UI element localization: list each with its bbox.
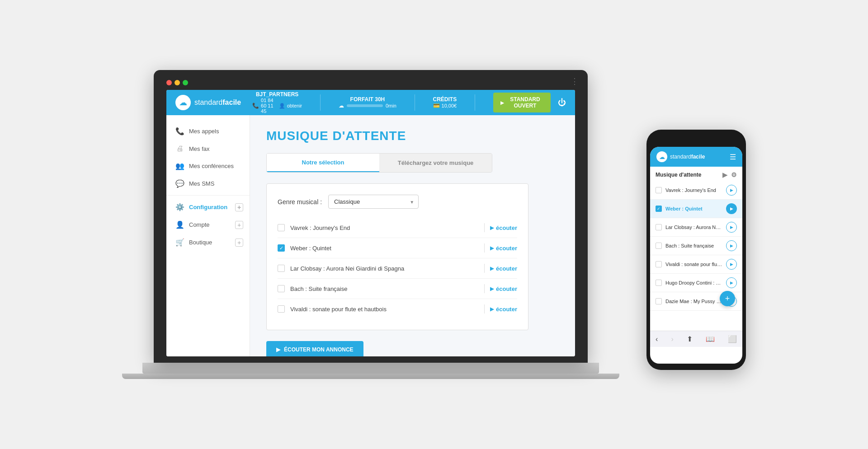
music-checkbox-3[interactable] xyxy=(278,265,285,272)
phone-music-title-1: Vavrek : Journey's End xyxy=(665,187,722,193)
music-checkbox-5[interactable] xyxy=(278,305,285,313)
music-row-5: Vivaldi : sonate pour flute et hautbois … xyxy=(278,299,517,319)
phone-music-title-5: Vivaldi : sonate pour flute et haut xyxy=(665,262,722,267)
sidebar-item-mes-sms[interactable]: 💬 Mes SMS xyxy=(166,175,250,192)
logo-area: ☁ standardfacile xyxy=(175,95,252,110)
tabs-icon[interactable]: ⬜ xyxy=(728,335,737,343)
phone-checkbox-2[interactable] xyxy=(656,206,662,212)
sidebar-item-mes-conferences[interactable]: 👥 Mes conférences xyxy=(166,157,250,175)
listen-btn-1[interactable]: ▶ écouter xyxy=(490,224,517,231)
phone-play-3[interactable]: ▶ xyxy=(726,222,737,233)
fab-button[interactable]: + xyxy=(720,291,735,306)
window-options-icon: ⋮ xyxy=(571,76,580,86)
header-divider-2 xyxy=(415,94,415,111)
tabs: Notre sélection Téléchargez votre musiqu… xyxy=(266,153,492,173)
phone-play-2[interactable]: ▶ xyxy=(726,203,737,214)
fax-icon: 🖨 xyxy=(175,145,184,153)
play-icon-bottom: ▶ xyxy=(276,346,280,353)
music-row-1: Vavrek : Journey's End ▶ écouter xyxy=(278,218,517,238)
genre-label: Genre musical : xyxy=(278,198,322,206)
genre-row: Genre musical : Classique Jazz Pop Rock xyxy=(278,195,517,209)
config-icon: ⚙️ xyxy=(175,203,184,211)
phone-checkbox-4[interactable] xyxy=(656,243,662,249)
music-title-3: Lar Clobsay : Aurora Nei Giardini di Spa… xyxy=(290,265,479,272)
hamburger-icon[interactable]: ☰ xyxy=(730,153,736,161)
header-divider-1 xyxy=(320,94,321,111)
music-title-4: Bach : Suite française xyxy=(290,285,479,292)
logo-light: standard xyxy=(194,98,222,106)
sidebar-item-boutique[interactable]: 🛒 Boutique + xyxy=(166,234,250,251)
configuration-plus-button[interactable]: + xyxy=(235,203,243,211)
phone-music-title-6: Hugo Droopy Contini : Jackies Id xyxy=(665,280,722,285)
app-body: 📞 Mes appels 🖨 Mes fax 👥 Mes conférences xyxy=(166,115,575,356)
play-icon: ▶ xyxy=(500,100,504,105)
standard-ouvert-button[interactable]: ▶ STANDARD OUVERT xyxy=(493,93,551,112)
phone-logo-text: standardfacile xyxy=(670,154,705,160)
phone-play-5[interactable]: ▶ xyxy=(726,259,737,270)
back-icon[interactable]: ‹ xyxy=(656,335,658,343)
phone-section-title-row: Musique d'attente ▶ ⚙ xyxy=(650,167,742,181)
header-phone-value: 📞 01 84 60 11 45 👤 obtenir xyxy=(252,98,302,114)
power-button[interactable]: ⏻ xyxy=(558,98,566,108)
phone-checkbox-5[interactable] xyxy=(656,261,662,267)
listen-btn-2[interactable]: ▶ écouter xyxy=(490,245,517,252)
sidebar-item-configuration[interactable]: ⚙️ Configuration + xyxy=(166,198,250,216)
listen-label-2: écouter xyxy=(496,245,517,252)
header-partner-block: BJT_PARTNERS 📞 01 84 60 11 45 👤 obtenir xyxy=(252,91,302,114)
minimize-button-traffic[interactable] xyxy=(175,80,180,85)
phone-checkbox-7[interactable] xyxy=(656,298,662,304)
listen-btn-3[interactable]: ▶ écouter xyxy=(490,265,517,272)
close-button-traffic[interactable] xyxy=(166,80,172,85)
share-icon[interactable]: ⬆ xyxy=(687,335,693,343)
sidebar-label-boutique: Boutique xyxy=(189,239,212,246)
sidebar-item-mes-appels[interactable]: 📞 Mes appels xyxy=(166,122,250,140)
listen-btn-5[interactable]: ▶ écouter xyxy=(490,306,517,313)
phone-checkbox-1[interactable] xyxy=(656,187,662,193)
sidebar-divider xyxy=(166,195,250,196)
phone-checkbox-6[interactable] xyxy=(656,280,662,286)
sidebar-item-mes-fax[interactable]: 🖨 Mes fax xyxy=(166,140,250,157)
boutique-plus-button[interactable]: + xyxy=(235,239,243,247)
phone-logo-light: standard xyxy=(670,154,691,160)
scene: ⋮ ☁ standardfacile BJT_PARTNERS xyxy=(122,70,746,379)
listen-label-5: écouter xyxy=(496,306,517,313)
bookmarks-icon[interactable]: 📖 xyxy=(706,335,715,343)
phone-music-row-2: Weber : Quintet ▶ xyxy=(650,200,742,218)
phone-settings-icon[interactable]: ⚙ xyxy=(731,171,737,178)
music-divider-2 xyxy=(484,243,485,253)
music-divider-4 xyxy=(484,284,485,293)
genre-select[interactable]: Classique Jazz Pop Rock xyxy=(328,195,419,209)
phone-play-6[interactable]: ▶ xyxy=(726,277,737,288)
music-checkbox-1[interactable] xyxy=(278,224,285,231)
phone-checkbox-3[interactable] xyxy=(656,224,662,230)
phone: ☁ standardfacile ☰ Musique d'attente ▶ ⚙ xyxy=(646,130,746,370)
ecouter-annonce-label: ÉCOUTER MON ANNONCE xyxy=(284,346,354,353)
listen-btn-4[interactable]: ▶ écouter xyxy=(490,285,517,292)
genre-select-wrap[interactable]: Classique Jazz Pop Rock xyxy=(328,195,419,209)
ecouter-annonce-button[interactable]: ▶ ÉCOUTER MON ANNONCE xyxy=(266,341,363,356)
tab-notre-selection-label: Notre sélection xyxy=(302,159,344,166)
phone-play-1[interactable]: ▶ xyxy=(726,185,737,196)
sidebar-label-mes-fax: Mes fax xyxy=(189,145,210,152)
phone-music-title-4: Bach : Suite française xyxy=(665,243,722,248)
music-row-4: Bach : Suite française ▶ écouter xyxy=(278,279,517,299)
listen-label-4: écouter xyxy=(496,285,517,292)
music-title-1: Vavrek : Journey's End xyxy=(290,224,479,231)
conference-icon: 👥 xyxy=(175,162,184,170)
phone-play-4[interactable]: ▶ xyxy=(726,240,737,251)
phone-action: obtenir xyxy=(287,103,302,108)
phone-section-icons: ▶ ⚙ xyxy=(722,171,737,178)
tab-notre-selection[interactable]: Notre sélection xyxy=(267,154,379,172)
tab-telechargez[interactable]: Téléchargez votre musique xyxy=(379,154,492,172)
compte-plus-button[interactable]: + xyxy=(235,221,243,229)
forfait-label: FORFAIT 30H xyxy=(350,96,385,103)
sidebar-item-compte[interactable]: 👤 Compte + xyxy=(166,216,250,234)
music-checkbox-2[interactable] xyxy=(278,244,285,252)
forward-icon[interactable]: › xyxy=(671,335,673,343)
music-checkbox-4[interactable] xyxy=(278,285,285,292)
maximize-button-traffic[interactable] xyxy=(183,80,188,85)
phone-play-section-icon[interactable]: ▶ xyxy=(722,171,727,178)
phone-header: ☁ standardfacile ☰ xyxy=(650,147,742,167)
music-title-2: Weber : Quintet xyxy=(290,245,479,252)
play-icon-1: ▶ xyxy=(490,225,494,231)
